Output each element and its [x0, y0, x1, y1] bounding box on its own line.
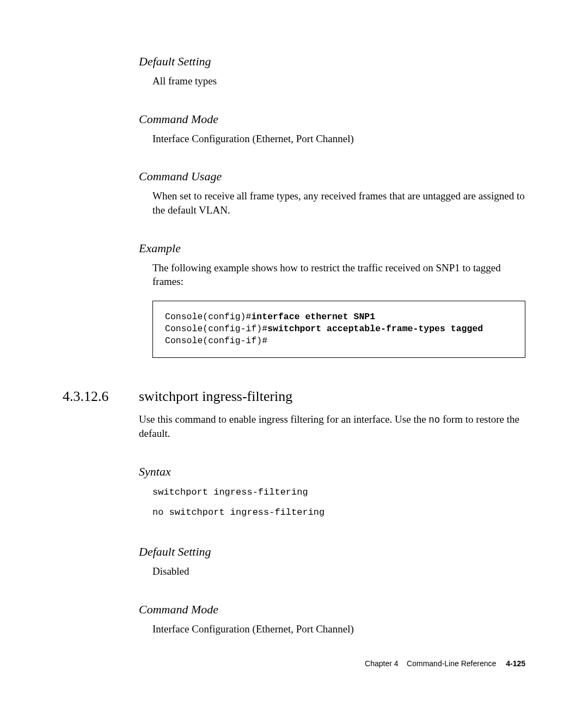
- section-header-row: 4.3.12.6 switchport ingress-filtering: [63, 388, 525, 405]
- page-content: Default Setting All frame types Command …: [0, 0, 588, 706]
- command-usage-text: When set to receive all frame types, any…: [152, 189, 525, 217]
- example-heading: Example: [139, 241, 525, 255]
- syntax-line-2: no switchport ingress-filtering: [152, 504, 525, 521]
- command-mode-heading-1: Command Mode: [139, 112, 525, 126]
- desc-mono: no: [428, 415, 440, 425]
- page-footer: Chapter 4 Command-Line Reference 4-125: [365, 659, 525, 668]
- code-line-1: Console(config)#interface ethernet SNP1: [165, 311, 513, 323]
- footer-page-number: 4-125: [506, 659, 525, 668]
- footer-title: Command-Line Reference: [407, 659, 496, 668]
- code-prompt: Console(config)#: [165, 312, 251, 322]
- section-title: switchport ingress-filtering: [139, 388, 292, 405]
- code-command: switchport acceptable-frame-types tagged: [267, 324, 483, 334]
- code-command: interface ethernet SNP1: [251, 312, 375, 322]
- default-setting-text-2: Disabled: [152, 564, 525, 579]
- footer-chapter: Chapter 4: [365, 659, 398, 668]
- code-line-2: Console(config-if)#switchport acceptable…: [165, 323, 513, 335]
- command-usage-heading: Command Usage: [139, 169, 525, 184]
- command-mode-text-1: Interface Configuration (Ethernet, Port …: [152, 132, 525, 146]
- desc-text-part1: Use this command to enable ingress filte…: [139, 413, 428, 425]
- section-description: Use this command to enable ingress filte…: [139, 412, 525, 441]
- code-line-3: Console(config-if)#: [165, 335, 513, 347]
- default-setting-heading-1: Default Setting: [139, 54, 525, 69]
- command-mode-text-2: Interface Configuration (Ethernet, Port …: [152, 622, 525, 636]
- default-setting-heading-2: Default Setting: [139, 545, 525, 559]
- syntax-line-1: switchport ingress-filtering: [152, 484, 525, 501]
- section-number: 4.3.12.6: [63, 388, 139, 405]
- syntax-heading: Syntax: [139, 465, 525, 479]
- example-intro: The following example shows how to restr…: [152, 261, 525, 289]
- command-mode-heading-2: Command Mode: [139, 602, 525, 617]
- default-setting-text-1: All frame types: [152, 74, 525, 88]
- code-prompt: Console(config-if)#: [165, 324, 267, 334]
- example-code-box: Console(config)#interface ethernet SNP1 …: [152, 301, 525, 358]
